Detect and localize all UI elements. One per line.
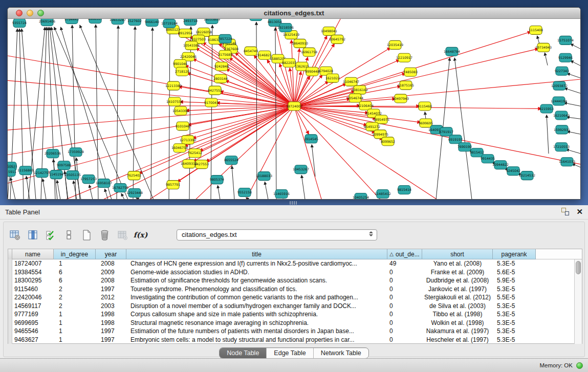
cell-name[interactable]: 9699695 [12,319,54,327]
cell-year[interactable]: 2009 [96,268,126,277]
graph-edge[interactable] [232,166,234,199]
cell-short[interactable]: Tibbo et al. (1998) [422,310,493,319]
table-row[interactable]: 2242004622012Investigating the contribut… [12,293,582,302]
memory-ok-icon[interactable] [576,362,583,369]
cell-out-de-[interactable]: 0 [387,276,422,285]
close-window-button[interactable] [16,10,23,16]
graph-edge[interactable] [547,115,549,154]
cell-short[interactable]: Jankovic et al. (1997) [422,285,493,294]
table-row[interactable]: 946362711997Embryonic stem cells: a mode… [12,336,582,344]
cell-year[interactable]: 1998 [96,310,126,319]
cell-title[interactable]: Estimation of the future numbers of pati… [126,327,387,336]
table-row[interactable]: 946554611997Estimation of the future num… [12,327,582,336]
cell-year[interactable]: 2012 [96,293,126,302]
graph-edge[interactable] [193,106,294,139]
network-canvas[interactable]: 1872400788601238912954182260589327503818… [8,19,580,199]
cell-in-degree[interactable]: 2 [54,285,96,294]
cell-short[interactable]: Dudbridge et al. (2008) [422,276,493,285]
cell-out-de-[interactable]: 0 [387,268,422,277]
cell-year[interactable]: 2008 [96,276,126,285]
graph-edge[interactable] [545,53,548,65]
cell-name[interactable]: 9465546 [12,327,54,336]
scrollbar-thumb[interactable] [576,261,581,274]
cell-pagerank[interactable]: 5.3E-5 [493,259,536,268]
cell-in-degree[interactable]: 6 [54,268,96,277]
graph-edge[interactable] [188,106,294,125]
graph-edge[interactable] [294,106,580,169]
cell-name[interactable]: 9463627 [12,336,54,344]
cell-title[interactable]: Disruption of a novel member of a sodium… [126,302,387,311]
graph-edge[interactable] [177,106,294,182]
cell-pagerank[interactable]: 5.5E-5 [493,293,536,302]
cell-name[interactable]: 14569117 [12,302,54,311]
column-header-title[interactable]: title [126,249,387,259]
cell-out-de-[interactable]: 0 [387,302,422,311]
cell-short[interactable]: Yano et al. (2008) [422,259,493,268]
cell-name[interactable]: 9115460 [12,285,54,294]
delete-table-icon[interactable] [98,229,111,242]
function-builder-icon[interactable]: f(x) [134,229,147,242]
graph-edge[interactable] [169,29,170,199]
table-row[interactable]: 1830029562008Estimation of significance … [12,276,582,285]
cell-out-de-[interactable]: 0 [387,285,422,294]
cell-short[interactable]: de Silva et al. (2003) [422,302,493,311]
graph-edge[interactable] [454,58,472,199]
cell-title[interactable]: Tourette syndrome. Phenomenology and cla… [126,285,387,294]
graph-edge[interactable] [571,44,580,49]
graph-edge[interactable] [139,106,294,174]
column-header-out-de-[interactable]: △out_de... [387,249,422,259]
minimize-window-button[interactable] [27,10,33,16]
cell-out-de-[interactable]: 0 [387,327,422,336]
graph-edge[interactable] [567,132,580,135]
cell-name[interactable]: 19384554 [12,268,54,277]
table-selector-dropdown[interactable]: citations_edges.txt [177,229,377,240]
column-header-pagerank[interactable]: pagerank [493,249,536,259]
table-scrollbar[interactable] [574,259,582,344]
graph-edge[interactable] [294,106,328,199]
graph-edge[interactable] [136,198,139,199]
graph-edge[interactable] [8,105,294,106]
column-header-year[interactable]: year [96,249,126,259]
cell-pagerank[interactable]: 5.3E-5 [493,302,536,311]
graph-edge[interactable] [42,179,46,199]
graph-edge[interactable] [265,182,268,199]
cell-pagerank[interactable]: 5.3E-5 [493,336,536,344]
table-row[interactable]: 1938455462009Genome-wide association stu… [12,268,582,277]
cell-pagerank[interactable]: 5.6E-5 [493,268,536,277]
cell-title[interactable]: Embryonic stem cells: a model to study s… [126,336,387,344]
cell-name[interactable]: 18300295 [12,276,54,285]
graph-edge[interactable] [151,28,153,199]
graph-edge[interactable] [89,185,93,199]
cell-year[interactable]: 2008 [96,259,126,268]
cell-in-degree[interactable]: 2 [54,302,96,311]
cell-in-degree[interactable]: 1 [54,319,96,327]
cell-out-de-[interactable]: 0 [387,310,422,319]
cell-in-degree[interactable]: 1 [54,259,96,268]
graph-edge[interactable] [96,25,98,199]
cell-year[interactable]: 1997 [96,285,126,294]
graph-edge[interactable] [425,112,426,119]
graph-edge[interactable] [294,106,421,123]
cell-out-de-[interactable]: 49 [387,259,422,268]
cell-year[interactable]: 2003 [96,302,126,311]
float-panel-icon[interactable] [561,208,569,215]
cell-year[interactable]: 1997 [96,336,126,344]
cell-short[interactable]: Wolkin et al. (1998) [422,319,493,327]
graph-edge[interactable] [105,189,108,199]
close-panel-icon[interactable]: ✕ [576,208,583,215]
cell-pagerank[interactable]: 5.3E-5 [493,327,536,336]
citation-graph[interactable]: 1872400788601238912954182260589327503818… [8,19,580,199]
graph-edge[interactable] [10,178,15,199]
graph-edge[interactable] [121,193,124,199]
tab-node-table[interactable]: Node Table [220,348,267,358]
network-window[interactable]: citations_edges.txt 18724007886012389129… [7,7,581,200]
cell-out-de-[interactable]: 0 [387,319,422,327]
cell-in-degree[interactable]: 2 [54,293,96,302]
window-titlebar[interactable]: citations_edges.txt [8,8,580,19]
cell-short[interactable]: Stergiakouli et al. (2012) [422,293,493,302]
column-header-name[interactable]: name [12,249,54,259]
cell-pagerank[interactable]: 5.3E-5 [493,310,536,319]
table-row[interactable]: 911546021997Tourette syndrome. Phenomeno… [12,285,582,294]
column-header-in-degree[interactable]: in_degree [54,249,96,259]
create-table-icon[interactable] [80,229,93,242]
